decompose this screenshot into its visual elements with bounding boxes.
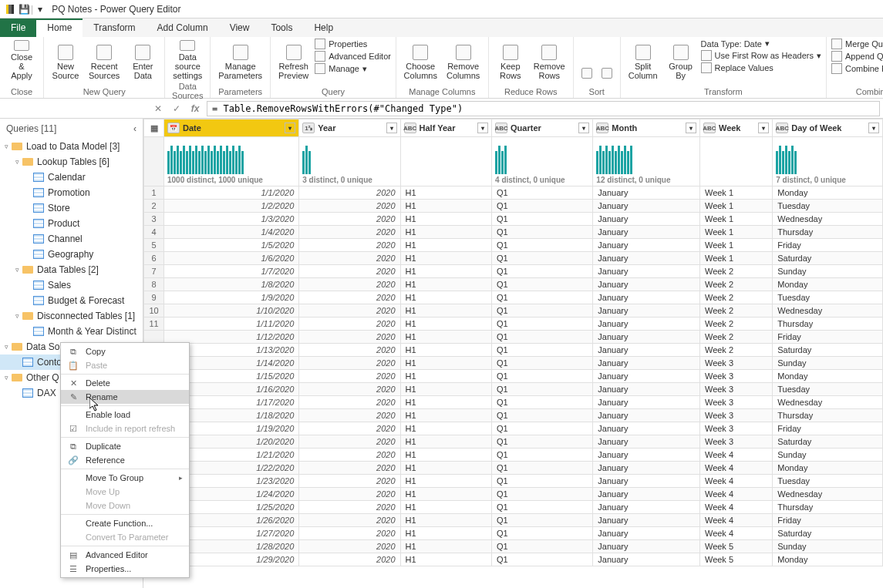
query-tree-item[interactable]: Sales xyxy=(0,277,143,293)
table-row[interactable]: 51/5/20202020H1Q1JanuaryWeek 1Friday xyxy=(144,239,883,252)
enter-data-button[interactable]: Enter Data xyxy=(126,39,160,82)
data-grid[interactable]: ▦📅Date▾1²₃Year▾ABCHalf Year▾ABCQuarter▾A… xyxy=(143,119,883,588)
tab-tools[interactable]: Tools xyxy=(260,18,303,37)
ctx-create-function[interactable]: Create Function... xyxy=(61,516,189,530)
split-column-button[interactable]: Split Column xyxy=(625,39,661,82)
accept-formula-icon[interactable]: ✓ xyxy=(170,102,184,116)
table-row[interactable]: 1/21/20202020H1Q1JanuaryWeek 4Sunday xyxy=(144,449,883,462)
table-row[interactable]: 41/4/20202020H1Q1JanuaryWeek 1Thursday xyxy=(144,226,883,239)
properties-button[interactable]: Properties xyxy=(315,39,391,49)
fx-icon[interactable]: fx xyxy=(188,102,202,116)
group-by-button[interactable]: Group By xyxy=(664,39,698,82)
table-row[interactable]: 1/19/20202020H1Q1JanuaryWeek 3Friday xyxy=(144,422,883,435)
table-row[interactable]: 1/12/20202020H1Q1JanuaryWeek 2Friday xyxy=(144,331,883,344)
tab-view[interactable]: View xyxy=(219,18,261,37)
merge-queries-button[interactable]: Merge Queries ▾ xyxy=(831,39,883,49)
query-tree-item[interactable]: ▿Lookup Tables [6] xyxy=(0,154,143,170)
query-tree-item[interactable]: Promotion xyxy=(0,185,143,200)
table-row[interactable]: 1/24/20202020H1Q1JanuaryWeek 4Wednesday xyxy=(144,488,883,501)
filter-dropdown-icon[interactable]: ▾ xyxy=(386,123,397,133)
tab-file[interactable]: File xyxy=(0,18,36,37)
datatype-icon[interactable]: ABC xyxy=(776,123,788,133)
remove-rows-button[interactable]: Remove Rows xyxy=(531,39,568,82)
keep-rows-button[interactable]: Keep Rows xyxy=(494,39,527,82)
filter-dropdown-icon[interactable]: ▾ xyxy=(477,123,488,133)
ctx-delete[interactable]: ✕Delete xyxy=(61,376,189,390)
filter-dropdown-icon[interactable]: ▾ xyxy=(285,123,295,133)
ctx-enable-load[interactable]: Enable load xyxy=(61,408,189,422)
table-row[interactable]: 1/15/20202020H1Q1JanuaryWeek 3Monday xyxy=(144,370,883,383)
table-row[interactable]: 1/16/20202020H1Q1JanuaryWeek 3Tuesday xyxy=(144,383,883,396)
table-row[interactable]: 1/29/20202020H1Q1JanuaryWeek 5Monday xyxy=(144,553,883,566)
query-tree-item[interactable]: ▿Data Tables [2] xyxy=(0,262,143,277)
ctx-copy[interactable]: ⧉Copy xyxy=(61,344,189,358)
ctx-move-to-group[interactable]: Move To Group▸ xyxy=(61,471,189,485)
query-tree-item[interactable]: ▿Disconnected Tables [1] xyxy=(0,308,143,324)
advanced-editor-button[interactable]: Advanced Editor xyxy=(315,51,391,62)
ctx-advanced-editor[interactable]: ▤Advanced Editor xyxy=(61,548,189,562)
ctx-duplicate[interactable]: ⧉Duplicate xyxy=(61,439,189,453)
column-header[interactable]: ABCQuarter▾ xyxy=(492,119,593,137)
filter-dropdown-icon[interactable]: ▾ xyxy=(758,123,769,133)
query-tree-item[interactable]: Product xyxy=(0,216,143,231)
table-row[interactable]: 1/17/20202020H1Q1JanuaryWeek 3Wednesday xyxy=(144,396,883,409)
data-type-dropdown[interactable]: Data Type: Date ▾ xyxy=(701,39,821,49)
query-tree-item[interactable]: Budget & Forecast xyxy=(0,293,143,308)
datatype-icon[interactable]: ABC xyxy=(404,123,416,133)
table-row[interactable]: 11/1/20202020H1Q1JanuaryWeek 1Monday xyxy=(144,186,883,200)
table-row[interactable]: 1/23/20202020H1Q1JanuaryWeek 4Tuesday xyxy=(144,475,883,488)
combine-files-button[interactable]: Combine Files xyxy=(831,63,883,74)
query-tree-item[interactable]: Month & Year Distinct xyxy=(0,324,143,339)
tab-help[interactable]: Help xyxy=(303,18,344,37)
table-row[interactable]: 91/9/20202020H1Q1JanuaryWeek 2Tuesday xyxy=(144,291,883,304)
manage-button[interactable]: Manage ▾ xyxy=(315,63,391,74)
customize-qat-icon[interactable]: ▾ xyxy=(35,4,45,15)
query-tree-item[interactable]: Channel xyxy=(0,231,143,247)
collapse-panel-icon[interactable]: ‹ xyxy=(133,123,136,134)
cancel-formula-icon[interactable]: ✕ xyxy=(151,102,165,116)
select-all-cell[interactable]: ▦ xyxy=(144,119,164,137)
tab-add-column[interactable]: Add Column xyxy=(147,18,219,37)
refresh-preview-button[interactable]: Refresh Preview xyxy=(275,39,312,82)
table-row[interactable]: 1/22/20202020H1Q1JanuaryWeek 4Monday xyxy=(144,462,883,475)
data-source-settings-button[interactable]: Data source settings xyxy=(170,39,205,82)
column-header[interactable]: 📅Date▾ xyxy=(164,119,299,137)
formula-input[interactable] xyxy=(207,101,880,116)
table-row[interactable]: 21/2/20202020H1Q1JanuaryWeek 1Tuesday xyxy=(144,200,883,213)
choose-columns-button[interactable]: Choose Columns xyxy=(401,39,440,82)
filter-dropdown-icon[interactable]: ▾ xyxy=(578,123,589,133)
tab-home[interactable]: Home xyxy=(36,18,83,37)
datatype-icon[interactable]: 1²₃ xyxy=(302,123,315,133)
table-row[interactable]: 81/8/20202020H1Q1JanuaryWeek 2Monday xyxy=(144,278,883,291)
manage-parameters-button[interactable]: Manage Parameters xyxy=(215,39,265,82)
table-row[interactable]: 71/7/20202020H1Q1JanuaryWeek 2Sunday xyxy=(144,265,883,278)
table-row[interactable]: 1/27/20202020H1Q1JanuaryWeek 4Saturday xyxy=(144,527,883,540)
append-queries-button[interactable]: Append Queries ▾ xyxy=(831,51,883,62)
table-row[interactable]: 1/25/20202020H1Q1JanuaryWeek 4Thursday xyxy=(144,501,883,514)
table-row[interactable]: 31/3/20202020H1Q1JanuaryWeek 1Wednesday xyxy=(144,213,883,226)
filter-dropdown-icon[interactable]: ▾ xyxy=(686,123,696,133)
datatype-icon[interactable]: ABC xyxy=(596,123,608,133)
column-header[interactable]: ABCWeek▾ xyxy=(699,119,772,137)
sort-desc-button[interactable] xyxy=(598,39,615,82)
query-tree-item[interactable]: Calendar xyxy=(0,170,143,185)
replace-values-button[interactable]: Replace Values xyxy=(701,62,821,73)
new-source-button[interactable]: New Source xyxy=(49,39,83,82)
tab-transform[interactable]: Transform xyxy=(83,18,146,37)
remove-columns-button[interactable]: Remove Columns xyxy=(443,39,484,82)
query-tree-item[interactable]: Store xyxy=(0,200,143,216)
table-row[interactable]: 111/11/20202020H1Q1JanuaryWeek 2Thursday xyxy=(144,318,883,331)
ctx-properties[interactable]: ☰Properties... xyxy=(61,562,189,576)
close-apply-button[interactable]: Close & Apply xyxy=(5,39,39,82)
ctx-reference[interactable]: 🔗Reference xyxy=(61,453,189,467)
table-row[interactable]: 1/26/20202020H1Q1JanuaryWeek 4Friday xyxy=(144,514,883,527)
table-row[interactable]: 1/14/20202020H1Q1JanuaryWeek 3Sunday xyxy=(144,357,883,370)
column-header[interactable]: ABCMonth▾ xyxy=(593,119,700,137)
table-row[interactable]: 1/28/20202020H1Q1JanuaryWeek 5Sunday xyxy=(144,540,883,553)
sort-asc-button[interactable] xyxy=(578,39,595,82)
column-header[interactable]: ABCHalf Year▾ xyxy=(400,119,492,137)
first-row-headers-button[interactable]: Use First Row as Headers ▾ xyxy=(701,50,821,61)
datatype-icon[interactable]: ABC xyxy=(495,123,507,133)
recent-sources-button[interactable]: Recent Sources xyxy=(86,39,123,82)
datatype-icon[interactable]: 📅 xyxy=(167,123,180,133)
